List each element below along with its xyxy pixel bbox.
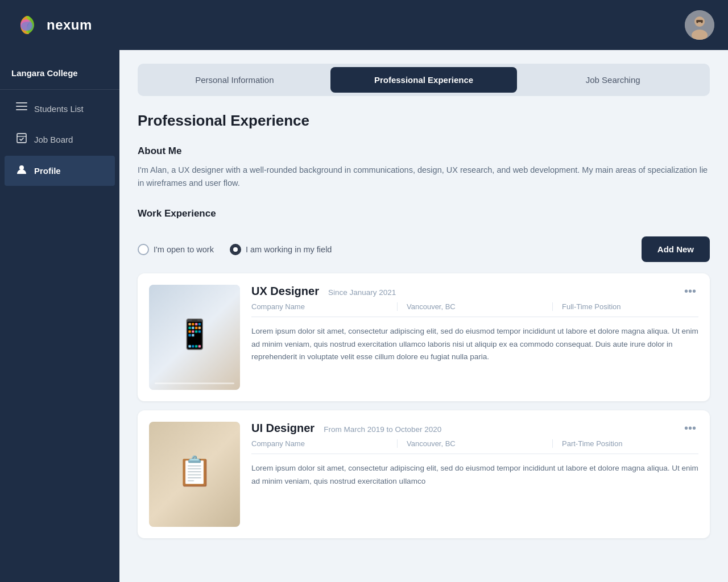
svg-point-5 — [701, 22, 703, 23]
ui-company: Company Name — [251, 439, 398, 448]
ux-position-type: Full-Time Position — [562, 302, 698, 311]
add-new-button[interactable]: Add New — [642, 236, 710, 262]
tab-job-searching[interactable]: Job Searching — [519, 67, 706, 93]
experience-details-ui: UI Designer From March 2019 to October 2… — [251, 422, 698, 527]
ui-position-type: Part-Time Position — [562, 439, 698, 448]
work-experience-header: Work Experience — [138, 208, 710, 226]
sidebar-item-profile[interactable]: Profile — [5, 156, 115, 186]
svg-point-4 — [697, 22, 698, 23]
svg-rect-6 — [16, 102, 27, 103]
ui-title-date: UI Designer From March 2019 to October 2… — [251, 422, 441, 435]
ux-company: Company Name — [251, 302, 398, 311]
job-board-icon — [16, 132, 27, 147]
logo-text: nexum — [47, 17, 92, 33]
students-list-icon — [16, 102, 27, 115]
tab-personal-information[interactable]: Personal Information — [141, 67, 328, 93]
experience-image-ux — [149, 285, 240, 390]
app-header: nexum — [0, 0, 728, 50]
work-experience-heading: Work Experience — [138, 208, 216, 219]
tab-bar: Personal Information Professional Experi… — [138, 64, 710, 96]
ui-designer-date: From March 2019 to October 2020 — [324, 425, 441, 434]
logo: nexum — [14, 11, 92, 39]
ui-experience-header-row: UI Designer From March 2019 to October 2… — [251, 422, 698, 435]
ui-designer-title: UI Designer — [251, 422, 315, 435]
sidebar-item-job-board-label: Job Board — [34, 135, 73, 144]
svg-rect-9 — [17, 134, 26, 143]
experience-image-ui — [149, 422, 240, 527]
ux-designer-date: Since January 2021 — [328, 288, 396, 297]
sidebar-item-profile-label: Profile — [34, 166, 61, 176]
work-status-radio-group: I'm open to work I am working in my fiel… — [138, 244, 332, 255]
sidebar-item-job-board[interactable]: Job Board — [5, 124, 115, 155]
page-title: Professional Experience — [138, 112, 710, 130]
radio-open-circle — [138, 244, 149, 255]
ux-description: Lorem ipsum dolor sit amet, consectetur … — [251, 325, 698, 363]
avatar-image — [685, 10, 714, 40]
profile-icon — [16, 164, 27, 178]
experience-meta-ui: Company Name Vancouver, BC Part-Time Pos… — [251, 439, 698, 454]
ui-description: Lorem ipsum dolor sit amet, consectetur … — [251, 462, 698, 488]
college-name: Langara College — [0, 61, 119, 90]
sidebar-item-students-list[interactable]: Students List — [5, 94, 115, 123]
experience-card-ui-designer: UI Designer From March 2019 to October 2… — [138, 410, 710, 538]
sidebar: Langara College Students List Job Board … — [0, 50, 119, 582]
ui-experience-menu-icon[interactable]: ••• — [682, 422, 698, 435]
svg-rect-8 — [16, 109, 27, 110]
ux-designer-image — [149, 285, 240, 390]
tab-professional-experience[interactable]: Professional Experience — [330, 67, 518, 93]
experience-card-ux-designer: UX Designer Since January 2021 ••• Compa… — [138, 273, 710, 401]
ui-designer-image — [149, 422, 240, 527]
radio-working-in-field[interactable]: I am working in my field — [230, 244, 332, 255]
main-layout: Langara College Students List Job Board … — [0, 50, 728, 582]
experience-details-ux: UX Designer Since January 2021 ••• Compa… — [251, 285, 698, 390]
radio-open-to-work[interactable]: I'm open to work — [138, 244, 214, 255]
nexum-logo-icon — [14, 11, 41, 39]
experience-meta-ux: Company Name Vancouver, BC Full-Time Pos… — [251, 302, 698, 317]
experience-header-row: UX Designer Since January 2021 ••• — [251, 285, 698, 298]
experience-menu-icon[interactable]: ••• — [682, 285, 698, 298]
svg-point-11 — [19, 165, 24, 170]
user-avatar[interactable] — [685, 10, 714, 40]
ui-location: Vancouver, BC — [407, 439, 553, 448]
about-me-text: I'm Alan, a UX designer with a well-roun… — [138, 164, 710, 190]
about-me-heading: About Me — [138, 146, 710, 157]
ux-designer-title: UX Designer — [251, 285, 319, 298]
radio-working-circle — [230, 244, 241, 255]
sidebar-item-students-list-label: Students List — [34, 104, 84, 114]
ux-location: Vancouver, BC — [407, 302, 553, 311]
experience-title-date: UX Designer Since January 2021 — [251, 285, 396, 298]
main-content: Personal Information Professional Experi… — [119, 50, 728, 582]
svg-rect-7 — [16, 106, 27, 107]
